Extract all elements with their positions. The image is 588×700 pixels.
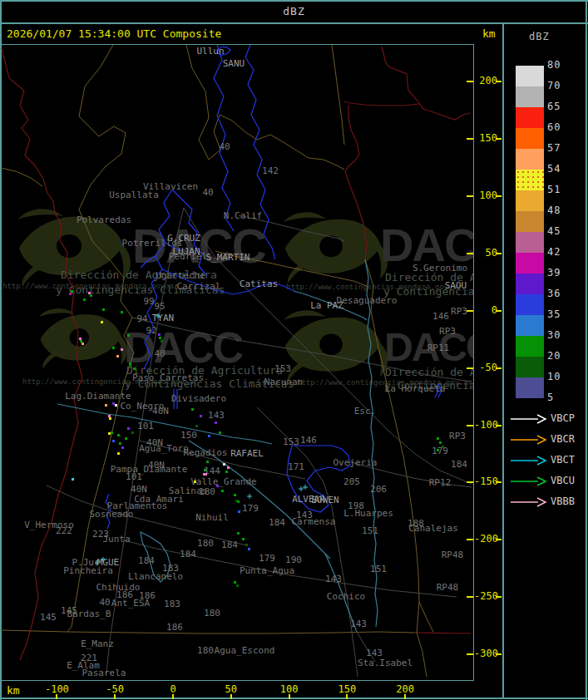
- right-axis-tick: [496, 310, 502, 312]
- bottom-axis-tick: [346, 694, 348, 699]
- right-axis-tick: [496, 253, 502, 254]
- right-axis-tick: [496, 425, 502, 426]
- bottom-axis-tick: [172, 694, 174, 699]
- map-label: 101: [137, 421, 154, 431]
- bottom-axis-tick-label: 50: [213, 683, 250, 695]
- radar-echo-dot: [227, 466, 230, 469]
- scale-swatch: [516, 190, 544, 211]
- map-label: La Horqueta: [385, 383, 446, 394]
- scale-label: 5: [547, 392, 581, 403]
- map-label: 151: [362, 525, 378, 536]
- scale-label: 80: [547, 59, 581, 71]
- right-axis-tick: [496, 653, 502, 655]
- map-label: 180: [197, 645, 214, 656]
- map-label: 142: [262, 165, 279, 176]
- scale-swatch: [516, 336, 544, 357]
- scale-label: 51: [547, 184, 581, 195]
- radar-echo-dot: [204, 469, 206, 471]
- radar-echo-dot: [242, 538, 245, 540]
- radar-echo-dot: [121, 311, 123, 313]
- radar-echo-dot: [206, 461, 209, 463]
- map-label: Desaguadero: [337, 295, 398, 306]
- radar-echo-dot: [195, 425, 198, 427]
- map-label: 150: [180, 430, 197, 441]
- right-axis: 200150100500-50-100-150-200-250-300: [474, 0, 502, 700]
- right-axis-tick-label: -150: [474, 476, 497, 487]
- scale-label: 10: [547, 371, 581, 382]
- radar-echo-dot: [248, 548, 250, 550]
- map-label: Junta: [102, 534, 130, 545]
- radar-echo-dot: [82, 343, 84, 345]
- radar-echo-dot: [200, 415, 202, 417]
- scale-label: 45: [547, 225, 581, 237]
- right-axis-tick-label: 150: [474, 132, 497, 144]
- map-label: Ant_ESA: [111, 598, 151, 609]
- map-label: L.Huarpes: [343, 508, 393, 519]
- scale-swatch: [516, 377, 544, 398]
- right-axis-tick: [496, 481, 502, 483]
- legend-row: VBCU: [509, 475, 586, 488]
- radar-echo-dot: [215, 421, 217, 424]
- radar-echo-dot: [158, 333, 161, 336]
- scale-swatch: [516, 294, 544, 315]
- radar-echo-dot: [216, 485, 219, 487]
- scale-swatch: [516, 232, 544, 253]
- map-label: 40N: [152, 406, 169, 417]
- radar-echo-dot: [102, 308, 105, 311]
- radar-echo-dot: [238, 510, 240, 513]
- radar-echo-dot: [127, 334, 130, 337]
- radar-echo-dot: [79, 338, 82, 340]
- scale-label: 30: [547, 329, 581, 341]
- map-edge-tick: [467, 367, 473, 369]
- map-label: 143: [350, 619, 367, 629]
- bottom-axis-tick: [230, 694, 232, 699]
- map-label: Pedriel: [169, 251, 207, 262]
- map-label: 153: [274, 363, 291, 374]
- scale-label: 36: [547, 288, 581, 299]
- radar-echo-dot: [223, 463, 225, 466]
- radar-echo-dot: [109, 417, 111, 420]
- scale-label: 65: [547, 101, 581, 112]
- map-label: RP3: [449, 431, 466, 441]
- header-row: 2026/01/07 15:34:00 UTC Composite km: [0, 24, 502, 44]
- map-edge-tick: [467, 653, 473, 655]
- radar-echo-dot: [108, 415, 111, 417]
- map-edge-tick: [467, 253, 473, 254]
- bottom-axis-tick: [56, 694, 57, 699]
- map-label: 146: [300, 435, 317, 446]
- right-axis-tick: [496, 138, 502, 140]
- radar-echo-dot: [437, 449, 439, 451]
- map-label: Paso_Carretas: [132, 372, 204, 383]
- bottom-axis-tick-label: 200: [387, 683, 423, 695]
- radar-echo-dot: [69, 293, 72, 295]
- vbcp-arrow-icon: [509, 414, 547, 424]
- radar-echo-dot: [234, 581, 236, 584]
- map-label: RP48: [437, 582, 459, 593]
- map-edge-tick: [467, 195, 473, 197]
- right-axis-tick-label: -300: [474, 648, 497, 659]
- scale-label: 57: [547, 142, 581, 154]
- right-axis-tick-label: 100: [474, 190, 497, 201]
- legend-label: VBCR: [551, 433, 575, 445]
- map-label: 171: [288, 461, 304, 472]
- right-axis-tick: [496, 539, 502, 540]
- scale-swatch: [516, 86, 544, 107]
- scale-label: 60: [547, 121, 581, 133]
- radar-echo-dot: [121, 446, 124, 449]
- map-label: 184: [221, 540, 238, 550]
- map-label: 179: [259, 553, 275, 564]
- map-label: BOWEN: [311, 495, 338, 505]
- radar-echo-dot: [219, 431, 221, 434]
- scale-swatch: [516, 107, 544, 128]
- scale-swatch: [516, 274, 544, 294]
- vbcu-arrow-icon: [509, 476, 547, 486]
- map-label: Divisadero: [171, 393, 226, 404]
- map-label: 40: [154, 348, 165, 359]
- watermark-line1: Dirección de Agricultura: [385, 366, 473, 378]
- radar-echo-dot: [119, 442, 121, 445]
- radar-echo-dot: [112, 440, 115, 442]
- map-label: 101: [126, 471, 142, 482]
- map-label: 184: [451, 459, 467, 470]
- radar-echo-dot: [161, 340, 163, 343]
- map-edge-tick: [467, 425, 473, 426]
